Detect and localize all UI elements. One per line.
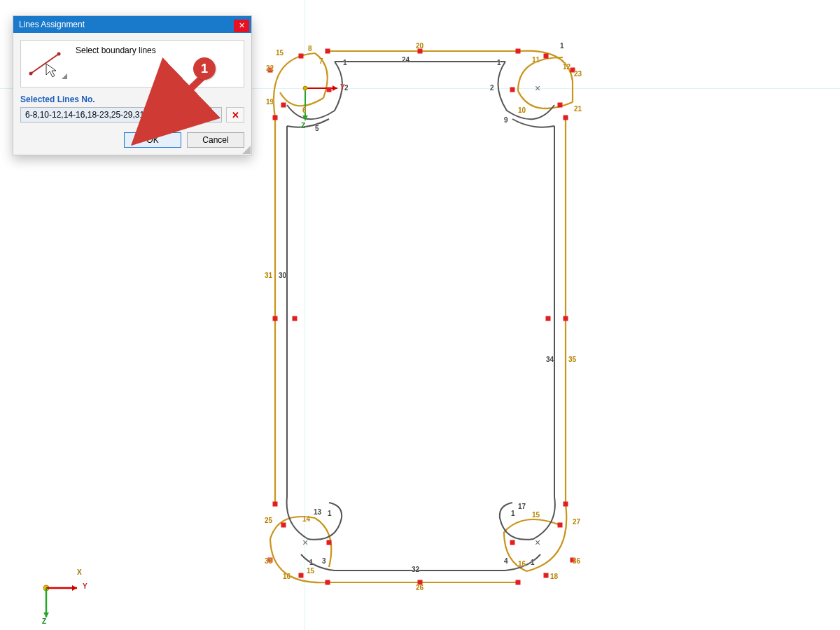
- line-label-12: 12: [563, 63, 570, 71]
- line-label-31: 31: [265, 272, 272, 279]
- line-label-11: 11: [532, 56, 540, 64]
- callout-arrow: [0, 0, 266, 161]
- line-label-16: 16: [283, 573, 290, 580]
- selection-handle[interactable]: [327, 88, 332, 92]
- selection-handle[interactable]: [299, 573, 304, 578]
- selection-handle[interactable]: [273, 316, 278, 321]
- keypoint-x-mark: ×: [535, 83, 540, 94]
- triad-x-label: X: [77, 568, 82, 576]
- line-label-24: 24: [402, 56, 410, 64]
- svg-marker-11: [72, 585, 77, 591]
- line-label-4: 4: [504, 557, 508, 565]
- selection-handle[interactable]: [544, 54, 549, 59]
- selection-handle[interactable]: [281, 523, 286, 528]
- region-label: 1: [309, 559, 314, 566]
- region-label: 1: [531, 559, 535, 566]
- line-label-3: 3: [322, 557, 326, 565]
- line-label-20: 18: [550, 573, 558, 580]
- coordinate-triad: X Y Z: [34, 574, 97, 630]
- keypoint-x-mark: ×: [302, 537, 308, 548]
- line-label-35: 35: [568, 356, 576, 363]
- line-label-34: 34: [546, 356, 554, 363]
- line-label-1a: 1: [343, 59, 347, 66]
- line-label-30: 30: [279, 272, 286, 279]
- selection-handle[interactable]: [326, 580, 330, 585]
- line-label-14: 14: [302, 515, 310, 523]
- selection-handle[interactable]: [327, 540, 332, 545]
- region-label: 1: [560, 42, 564, 50]
- line-label-19: 16: [518, 560, 526, 568]
- line-label-18b: 15: [532, 511, 540, 519]
- selection-handle[interactable]: [564, 316, 568, 321]
- line-label-8: 8: [308, 45, 312, 52]
- selection-handle[interactable]: [299, 54, 304, 59]
- region-label: 1: [328, 510, 332, 517]
- line-label-9: 9: [504, 116, 508, 124]
- callout-badge-1: 1: [193, 57, 216, 80]
- selection-handle[interactable]: [293, 316, 298, 321]
- line-label-33: 33: [265, 557, 272, 565]
- selection-handle[interactable]: [510, 540, 515, 545]
- line-label-36: 36: [573, 557, 580, 565]
- svg-point-4: [303, 86, 307, 90]
- selection-handle[interactable]: [281, 103, 286, 108]
- selection-handle[interactable]: [510, 88, 515, 92]
- selection-handle[interactable]: [516, 49, 521, 54]
- selection-handle[interactable]: [564, 502, 568, 507]
- line-label-21: 19: [266, 98, 274, 106]
- origin-axes-indicator: [302, 85, 337, 120]
- line-label-29: 27: [573, 518, 580, 526]
- selection-handle[interactable]: [273, 502, 278, 507]
- triad-y-label: Y: [83, 582, 88, 590]
- line-label-5: 5: [315, 125, 319, 132]
- region-label: 1: [497, 59, 501, 66]
- line-label-17: 17: [518, 503, 526, 510]
- selection-handle[interactable]: [564, 115, 568, 120]
- line-label-25: 22: [266, 64, 274, 72]
- inner-boundary-unselected: [287, 62, 555, 570]
- line-label-22: 20: [416, 42, 424, 50]
- line-label-6: 6: [302, 106, 307, 114]
- selection-handle[interactable]: [273, 115, 278, 120]
- svg-marker-1: [332, 85, 337, 91]
- line-label-2: 2: [344, 84, 349, 92]
- line-label-26: 23: [574, 70, 582, 78]
- line-label-13: 13: [314, 508, 321, 516]
- selection-handle[interactable]: [544, 573, 549, 578]
- svg-marker-13: [43, 612, 49, 617]
- selection-handle[interactable]: [516, 580, 521, 585]
- selection-handle[interactable]: [326, 49, 330, 54]
- selection-handle[interactable]: [558, 523, 563, 528]
- line-label-15: 15: [307, 567, 314, 575]
- callout-badge-text: 1: [201, 62, 208, 76]
- region-label: 1: [511, 510, 515, 517]
- line-label-2b: 2: [490, 84, 494, 92]
- line-label-10: 10: [518, 106, 526, 114]
- line-label-7: 7: [319, 57, 323, 65]
- selection-handle[interactable]: [558, 103, 563, 108]
- line-label-32: 32: [412, 566, 419, 573]
- line-label-18: 15: [276, 49, 284, 57]
- line-label-23: 21: [574, 105, 582, 113]
- origin-axis-z-label: Z: [301, 122, 305, 130]
- line-label-28: 26: [416, 584, 424, 592]
- line-label-27: 25: [265, 517, 272, 524]
- selection-handle[interactable]: [546, 316, 551, 321]
- triad-z-label: Z: [42, 617, 46, 625]
- keypoint-x-mark: ×: [535, 537, 540, 548]
